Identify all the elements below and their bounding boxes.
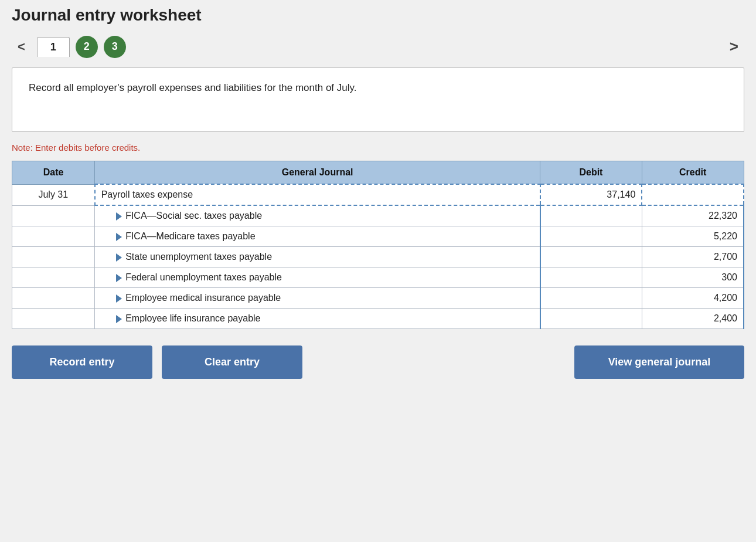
- tab-2[interactable]: 2: [76, 36, 98, 58]
- table-row: Federal unemployment taxes payable300: [12, 267, 744, 288]
- cell-journal[interactable]: FICA—Social sec. taxes payable: [95, 205, 540, 226]
- table-header-row: Date General Journal Debit Credit: [12, 161, 744, 185]
- cell-credit[interactable]: 2,700: [642, 247, 744, 267]
- instruction-box: Record all employer's payroll expenses a…: [12, 67, 744, 132]
- cell-date: [12, 288, 95, 309]
- cell-journal[interactable]: Employee life insurance payable: [95, 309, 540, 329]
- page-title: Journal entry worksheet: [12, 6, 744, 25]
- table-row: Employee medical insurance payable4,200: [12, 288, 744, 309]
- cell-journal[interactable]: Employee medical insurance payable: [95, 288, 540, 309]
- cell-journal[interactable]: Federal unemployment taxes payable: [95, 267, 540, 288]
- record-entry-button[interactable]: Record entry: [12, 345, 152, 379]
- cell-debit[interactable]: [540, 247, 642, 267]
- tab-1[interactable]: 1: [37, 37, 70, 57]
- cell-journal[interactable]: Payroll taxes expense: [95, 184, 540, 205]
- cell-journal[interactable]: State unemployment taxes payable: [95, 247, 540, 267]
- table-row: FICA—Medicare taxes payable5,220: [12, 226, 744, 247]
- header-journal: General Journal: [95, 161, 540, 185]
- cell-date: [12, 205, 95, 226]
- cell-credit[interactable]: 2,400: [642, 309, 744, 329]
- cell-date: July 31: [12, 184, 95, 205]
- cell-date: [12, 309, 95, 329]
- cell-debit[interactable]: [540, 267, 642, 288]
- indent-arrow-icon: [116, 253, 122, 262]
- cell-debit[interactable]: [540, 205, 642, 226]
- header-debit: Debit: [540, 161, 642, 185]
- indent-arrow-icon: [116, 212, 122, 221]
- note-text: Note: Enter debits before credits.: [12, 143, 744, 153]
- cell-credit[interactable]: [642, 184, 744, 205]
- header-date: Date: [12, 161, 95, 185]
- instruction-text: Record all employer's payroll expenses a…: [29, 82, 356, 93]
- table-row: July 31Payroll taxes expense37,140: [12, 184, 744, 205]
- indent-arrow-icon: [116, 274, 122, 282]
- indent-arrow-icon: [116, 294, 122, 303]
- cell-date: [12, 267, 95, 288]
- header-credit: Credit: [642, 161, 744, 185]
- indent-arrow-icon: [116, 233, 122, 241]
- tab-3[interactable]: 3: [104, 36, 126, 58]
- prev-arrow[interactable]: <: [12, 37, 31, 57]
- table-row: Employee life insurance payable2,400: [12, 309, 744, 329]
- cell-credit[interactable]: 5,220: [642, 226, 744, 247]
- cell-credit[interactable]: 22,320: [642, 205, 744, 226]
- clear-entry-button[interactable]: Clear entry: [162, 345, 302, 379]
- cell-debit[interactable]: [540, 309, 642, 329]
- view-general-journal-button[interactable]: View general journal: [574, 345, 744, 379]
- buttons-row: Record entry Clear entry View general jo…: [12, 345, 744, 379]
- table-row: FICA—Social sec. taxes payable22,320: [12, 205, 744, 226]
- cell-journal[interactable]: FICA—Medicare taxes payable: [95, 226, 540, 247]
- cell-debit[interactable]: [540, 226, 642, 247]
- cell-debit[interactable]: 37,140: [540, 184, 642, 205]
- table-row: State unemployment taxes payable2,700: [12, 247, 744, 267]
- cell-date: [12, 226, 95, 247]
- cell-debit[interactable]: [540, 288, 642, 309]
- cell-credit[interactable]: 4,200: [642, 288, 744, 309]
- cell-credit[interactable]: 300: [642, 267, 744, 288]
- indent-arrow-icon: [116, 315, 122, 323]
- journal-table: Date General Journal Debit Credit July 3…: [12, 161, 744, 329]
- navigation-bar: < 1 2 3 >: [12, 35, 744, 58]
- next-arrow[interactable]: >: [724, 35, 744, 58]
- cell-date: [12, 247, 95, 267]
